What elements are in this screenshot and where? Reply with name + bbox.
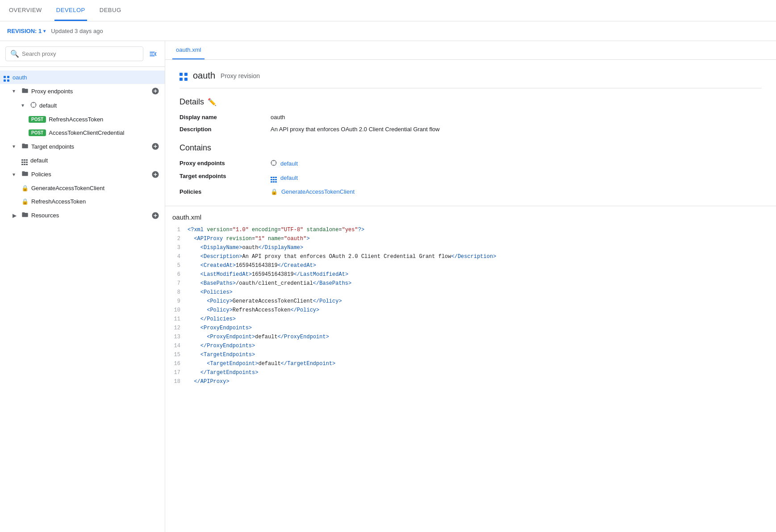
main-layout: 🔍 oauth ▾ xyxy=(0,41,776,532)
contains-section-title: Contains xyxy=(179,143,762,153)
sidebar-root-label: oauth xyxy=(13,74,27,81)
details-table: Display name oauth Description An API pr… xyxy=(179,114,762,133)
proxy-endpoints-contains-value: default xyxy=(271,160,762,167)
sidebar-item-proxy-default[interactable]: ▾ default xyxy=(0,98,165,112)
top-nav: OVERVIEW DEVELOP DEBUG xyxy=(0,0,776,21)
lock-icon: 🔒 xyxy=(21,185,29,191)
content-panels: oauth Proxy revision Details ✏️ Display … xyxy=(165,60,776,532)
tab-develop[interactable]: DEVELOP xyxy=(54,0,87,21)
xml-line-13: 13 <ProxyEndpoint>default</ProxyEndpoint… xyxy=(165,333,776,342)
folder-icon-resources xyxy=(21,211,29,220)
chevron-down-icon: ▾ xyxy=(13,88,19,94)
target-endpoints-contains-value: default xyxy=(271,173,762,183)
xml-line-9: 9 <Policy>GenerateAccessTokenClient</Pol… xyxy=(165,298,776,307)
xml-line-15: 15 <TargetEndpoints> xyxy=(165,351,776,360)
proxy-default-label: default xyxy=(39,102,57,109)
sidebar-item-access-token-client-credential[interactable]: POST AccessTokenClientCredential xyxy=(0,126,165,139)
xml-line-8: 8 <Policies> xyxy=(165,289,776,298)
crosshair-icon xyxy=(30,102,37,109)
sidebar-section-proxy-endpoints[interactable]: ▾ Proxy endpoints xyxy=(0,84,165,98)
proxy-grid-icon xyxy=(179,71,188,81)
lock-icon-2: 🔒 xyxy=(21,198,29,205)
xml-line-3: 3 <DisplayName>oauth</DisplayName> xyxy=(165,244,776,253)
sidebar-item-refresh-access-token[interactable]: POST RefreshAccessToken xyxy=(0,112,165,126)
chevron-down-icon: ▾ xyxy=(43,29,46,33)
xml-panel: oauth.xml 1 <?xml version="1.0" encoding… xyxy=(165,206,776,394)
sidebar-item-refresh-access-token-policy[interactable]: 🔒 RefreshAccessToken xyxy=(0,195,165,208)
tab-overview[interactable]: OVERVIEW xyxy=(7,0,44,21)
content-area: oauth.xml oauth Proxy xyxy=(165,41,776,532)
proxy-name: oauth xyxy=(193,71,215,81)
xml-editor[interactable]: 1 <?xml version="1.0" encoding="UTF-8" s… xyxy=(165,226,776,387)
search-bar: 🔍 xyxy=(0,41,165,67)
proxy-revision-label: Proxy revision xyxy=(221,72,260,79)
revision-selector[interactable]: REVISION: 1 ▾ xyxy=(7,28,46,34)
sidebar-section-policies[interactable]: ▾ Policies xyxy=(0,167,165,182)
xml-line-7: 7 <BasePaths>/oauth/client_credential</B… xyxy=(165,280,776,289)
folder-icon-target xyxy=(21,142,29,151)
proxy-endpoints-label: Proxy endpoints xyxy=(31,88,73,95)
policies-contains-value: 🔒 GenerateAccessTokenClient xyxy=(271,188,762,195)
chevron-right-icon: ▶ xyxy=(13,212,19,219)
xml-line-16: 16 <TargetEndpoint>default</TargetEndpoi… xyxy=(165,360,776,369)
proxy-endpoints-link[interactable]: default xyxy=(280,160,298,167)
sidebar-item-generate-access-token[interactable]: 🔒 GenerateAccessTokenClient xyxy=(0,182,165,195)
grid-3x3-icon xyxy=(21,155,28,166)
sidebar-section-target-endpoints[interactable]: ▾ Target endpoints xyxy=(0,139,165,154)
policies-link[interactable]: GenerateAccessTokenClient xyxy=(281,188,355,195)
sidebar-item-oauth[interactable]: oauth xyxy=(0,71,165,84)
grid-2x2-icon xyxy=(4,73,10,82)
policies-contains-label: Policies xyxy=(179,188,260,195)
xml-title: oauth.xml xyxy=(165,213,776,226)
chevron-down-icon: ▾ xyxy=(13,143,19,150)
add-target-endpoint-button[interactable] xyxy=(151,142,159,150)
sidebar-section-resources[interactable]: ▶ Resources xyxy=(0,208,165,223)
sidebar: 🔍 oauth ▾ xyxy=(0,41,165,532)
xml-line-10: 10 <Policy>RefreshAccessToken</Policy> xyxy=(165,307,776,316)
crosshair-contains-icon xyxy=(271,160,277,167)
chevron-down-icon: ▾ xyxy=(21,102,28,108)
add-proxy-endpoint-button[interactable] xyxy=(151,87,159,95)
target-endpoints-contains-label: Target endpoints xyxy=(179,173,260,183)
description-value: An API proxy that enforces OAuth 2.0 Cli… xyxy=(271,126,762,133)
proxy-header: oauth Proxy revision xyxy=(179,71,762,88)
search-icon: 🔍 xyxy=(10,50,19,58)
sidebar-tree: oauth ▾ Proxy endpoints ▾ default xyxy=(0,67,165,532)
sidebar-item-target-default[interactable]: default xyxy=(0,154,165,167)
updated-text: Updated 3 days ago xyxy=(51,28,103,34)
xml-line-12: 12 <ProxyEndpoints> xyxy=(165,324,776,333)
revision-bar: REVISION: 1 ▾ Updated 3 days ago xyxy=(0,21,776,41)
generate-access-token-label: GenerateAccessTokenClient xyxy=(31,185,104,191)
xml-line-17: 17 </TargetEndpoints> xyxy=(165,369,776,378)
tab-oauth-xml[interactable]: oauth.xml xyxy=(172,41,204,59)
xml-line-6: 6 <LastModifiedAt>1659451643819</LastMod… xyxy=(165,271,776,280)
post-badge-2: POST xyxy=(29,129,46,136)
add-resource-button[interactable] xyxy=(151,212,159,220)
tab-debug[interactable]: DEBUG xyxy=(98,0,123,21)
search-input-wrap[interactable]: 🔍 xyxy=(5,46,143,61)
target-endpoints-label: Target endpoints xyxy=(31,143,74,150)
post-badge: POST xyxy=(29,116,46,123)
search-input[interactable] xyxy=(22,50,138,57)
contains-table: Proxy endpoints default Target endpoints xyxy=(179,160,762,195)
access-token-client-credential-label: AccessTokenClientCredential xyxy=(49,129,124,136)
lock-contains-icon: 🔒 xyxy=(271,188,278,195)
display-name-value: oauth xyxy=(271,114,762,121)
description-label: Description xyxy=(179,126,260,133)
grid-contains-icon xyxy=(271,173,277,183)
display-name-label: Display name xyxy=(179,114,260,121)
refresh-access-token-policy-label: RefreshAccessToken xyxy=(31,198,86,205)
target-default-label: default xyxy=(30,157,48,164)
folder-icon-policies xyxy=(21,170,29,179)
file-tab-bar: oauth.xml xyxy=(165,41,776,60)
add-policy-button[interactable] xyxy=(151,170,159,179)
xml-line-18: 18 </APIProxy> xyxy=(165,378,776,387)
collapse-sidebar-button[interactable] xyxy=(147,48,159,60)
chevron-down-icon: ▾ xyxy=(13,171,19,178)
policies-label: Policies xyxy=(31,171,51,178)
edit-icon[interactable]: ✏️ xyxy=(208,98,217,106)
refresh-access-token-label: RefreshAccessToken xyxy=(49,116,103,123)
target-endpoints-link[interactable]: default xyxy=(280,175,298,181)
xml-line-11: 11 </Policies> xyxy=(165,316,776,324)
xml-line-2: 2 <APIProxy revision="1" name="oauth"> xyxy=(165,235,776,244)
